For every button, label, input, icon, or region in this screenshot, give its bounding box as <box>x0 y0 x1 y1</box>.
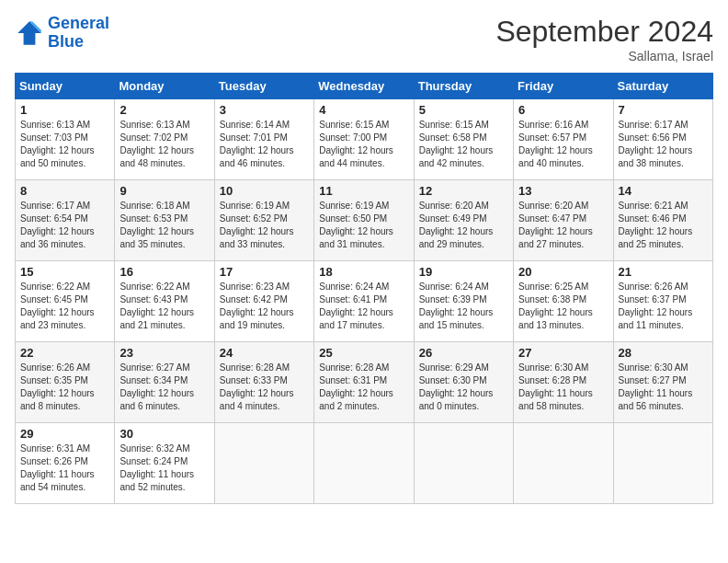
calendar-cell <box>613 423 712 504</box>
day-number: 11 <box>319 184 408 198</box>
calendar-cell: 7Sunrise: 6:17 AM Sunset: 6:56 PM Daylig… <box>613 99 712 180</box>
calendar-cell: 21Sunrise: 6:26 AM Sunset: 6:37 PM Dayli… <box>613 261 712 342</box>
calendar-cell: 1Sunrise: 6:13 AM Sunset: 7:03 PM Daylig… <box>16 99 115 180</box>
day-number: 24 <box>220 346 309 360</box>
day-info: Sunrise: 6:15 AM Sunset: 6:58 PM Dayligh… <box>419 119 508 170</box>
calendar-week-row: 22Sunrise: 6:26 AM Sunset: 6:35 PM Dayli… <box>16 342 713 423</box>
day-info: Sunrise: 6:22 AM Sunset: 6:45 PM Dayligh… <box>20 281 109 332</box>
day-number: 20 <box>518 265 608 279</box>
day-info: Sunrise: 6:19 AM Sunset: 6:52 PM Dayligh… <box>220 200 309 251</box>
day-number: 23 <box>119 346 209 360</box>
calendar-cell: 10Sunrise: 6:19 AM Sunset: 6:52 PM Dayli… <box>214 180 313 261</box>
calendar-cell: 28Sunrise: 6:30 AM Sunset: 6:27 PM Dayli… <box>613 342 712 423</box>
day-info: Sunrise: 6:32 AM Sunset: 6:24 PM Dayligh… <box>119 442 209 494</box>
weekday-header: Saturday <box>613 74 712 99</box>
weekday-header: Tuesday <box>214 74 313 99</box>
day-info: Sunrise: 6:27 AM Sunset: 6:34 PM Dayligh… <box>119 362 209 413</box>
calendar-cell: 22Sunrise: 6:26 AM Sunset: 6:35 PM Dayli… <box>16 342 115 423</box>
day-info: Sunrise: 6:30 AM Sunset: 6:28 PM Dayligh… <box>518 362 608 413</box>
weekday-header: Friday <box>514 74 613 99</box>
day-info: Sunrise: 6:20 AM Sunset: 6:47 PM Dayligh… <box>518 200 608 251</box>
calendar-cell: 26Sunrise: 6:29 AM Sunset: 6:30 PM Dayli… <box>414 342 513 423</box>
day-number: 22 <box>20 346 109 360</box>
calendar-cell: 13Sunrise: 6:20 AM Sunset: 6:47 PM Dayli… <box>514 180 613 261</box>
calendar-week-row: 1Sunrise: 6:13 AM Sunset: 7:03 PM Daylig… <box>16 99 713 180</box>
day-number: 30 <box>119 427 209 441</box>
calendar-table: SundayMondayTuesdayWednesdayThursdayFrid… <box>15 73 713 504</box>
day-number: 13 <box>518 184 608 198</box>
day-number: 10 <box>220 184 309 198</box>
calendar-cell: 23Sunrise: 6:27 AM Sunset: 6:34 PM Dayli… <box>115 342 214 423</box>
calendar-cell: 16Sunrise: 6:22 AM Sunset: 6:43 PM Dayli… <box>115 261 214 342</box>
title-block: September 2024 Sallama, Israel <box>495 15 713 63</box>
day-info: Sunrise: 6:24 AM Sunset: 6:39 PM Dayligh… <box>419 281 508 332</box>
calendar-cell: 14Sunrise: 6:21 AM Sunset: 6:46 PM Dayli… <box>613 180 712 261</box>
calendar-cell: 8Sunrise: 6:17 AM Sunset: 6:54 PM Daylig… <box>16 180 115 261</box>
day-info: Sunrise: 6:17 AM Sunset: 6:54 PM Dayligh… <box>20 200 109 251</box>
calendar-cell <box>314 423 414 504</box>
day-info: Sunrise: 6:16 AM Sunset: 6:57 PM Dayligh… <box>518 119 608 170</box>
location: Sallama, Israel <box>495 49 713 63</box>
weekday-header: Monday <box>115 74 214 99</box>
calendar-header-row: SundayMondayTuesdayWednesdayThursdayFrid… <box>16 74 713 99</box>
day-info: Sunrise: 6:15 AM Sunset: 7:00 PM Dayligh… <box>319 119 408 170</box>
day-number: 12 <box>419 184 508 198</box>
day-info: Sunrise: 6:28 AM Sunset: 6:31 PM Dayligh… <box>319 362 408 413</box>
day-info: Sunrise: 6:13 AM Sunset: 7:02 PM Dayligh… <box>119 119 209 170</box>
calendar-cell: 25Sunrise: 6:28 AM Sunset: 6:31 PM Dayli… <box>314 342 414 423</box>
day-info: Sunrise: 6:18 AM Sunset: 6:53 PM Dayligh… <box>119 200 209 251</box>
day-number: 3 <box>220 103 309 117</box>
calendar-cell: 2Sunrise: 6:13 AM Sunset: 7:02 PM Daylig… <box>115 99 214 180</box>
logo-line1: General <box>48 14 109 32</box>
day-number: 19 <box>419 265 508 279</box>
calendar-cell: 9Sunrise: 6:18 AM Sunset: 6:53 PM Daylig… <box>115 180 214 261</box>
day-number: 9 <box>119 184 209 198</box>
calendar-cell: 19Sunrise: 6:24 AM Sunset: 6:39 PM Dayli… <box>414 261 513 342</box>
month-title: September 2024 <box>495 15 713 49</box>
day-number: 4 <box>319 103 408 117</box>
day-info: Sunrise: 6:28 AM Sunset: 6:33 PM Dayligh… <box>220 362 309 413</box>
day-number: 8 <box>20 184 109 198</box>
day-info: Sunrise: 6:22 AM Sunset: 6:43 PM Dayligh… <box>119 281 209 332</box>
calendar-cell: 15Sunrise: 6:22 AM Sunset: 6:45 PM Dayli… <box>16 261 115 342</box>
day-number: 26 <box>419 346 508 360</box>
day-info: Sunrise: 6:20 AM Sunset: 6:49 PM Dayligh… <box>419 200 508 251</box>
day-number: 15 <box>20 265 109 279</box>
day-info: Sunrise: 6:17 AM Sunset: 6:56 PM Dayligh… <box>619 119 708 170</box>
calendar-cell: 5Sunrise: 6:15 AM Sunset: 6:58 PM Daylig… <box>414 99 513 180</box>
calendar-cell: 27Sunrise: 6:30 AM Sunset: 6:28 PM Dayli… <box>514 342 613 423</box>
day-number: 6 <box>518 103 608 117</box>
weekday-header: Wednesday <box>314 74 414 99</box>
calendar-cell: 24Sunrise: 6:28 AM Sunset: 6:33 PM Dayli… <box>214 342 313 423</box>
calendar-week-row: 8Sunrise: 6:17 AM Sunset: 6:54 PM Daylig… <box>16 180 713 261</box>
calendar-cell: 30Sunrise: 6:32 AM Sunset: 6:24 PM Dayli… <box>115 423 214 504</box>
logo-line2: Blue <box>48 32 84 51</box>
day-info: Sunrise: 6:26 AM Sunset: 6:37 PM Dayligh… <box>619 281 708 332</box>
calendar-cell <box>514 423 613 504</box>
day-info: Sunrise: 6:29 AM Sunset: 6:30 PM Dayligh… <box>419 362 508 413</box>
day-info: Sunrise: 6:31 AM Sunset: 6:26 PM Dayligh… <box>20 442 109 494</box>
calendar-cell: 3Sunrise: 6:14 AM Sunset: 7:01 PM Daylig… <box>214 99 313 180</box>
calendar-cell: 6Sunrise: 6:16 AM Sunset: 6:57 PM Daylig… <box>514 99 613 180</box>
calendar-cell: 11Sunrise: 6:19 AM Sunset: 6:50 PM Dayli… <box>314 180 414 261</box>
calendar-cell: 12Sunrise: 6:20 AM Sunset: 6:49 PM Dayli… <box>414 180 513 261</box>
day-number: 28 <box>619 346 708 360</box>
day-number: 18 <box>319 265 408 279</box>
day-number: 27 <box>518 346 608 360</box>
calendar-week-row: 29Sunrise: 6:31 AM Sunset: 6:26 PM Dayli… <box>16 423 713 504</box>
weekday-header: Sunday <box>16 74 115 99</box>
logo-text: General Blue <box>48 15 109 52</box>
day-number: 2 <box>119 103 209 117</box>
calendar-week-row: 15Sunrise: 6:22 AM Sunset: 6:45 PM Dayli… <box>16 261 713 342</box>
day-info: Sunrise: 6:21 AM Sunset: 6:46 PM Dayligh… <box>619 200 708 251</box>
calendar-cell <box>214 423 313 504</box>
day-number: 29 <box>20 427 109 441</box>
day-number: 21 <box>619 265 708 279</box>
calendar-cell: 20Sunrise: 6:25 AM Sunset: 6:38 PM Dayli… <box>514 261 613 342</box>
day-info: Sunrise: 6:13 AM Sunset: 7:03 PM Dayligh… <box>20 119 109 170</box>
day-info: Sunrise: 6:23 AM Sunset: 6:42 PM Dayligh… <box>220 281 309 332</box>
calendar-cell: 4Sunrise: 6:15 AM Sunset: 7:00 PM Daylig… <box>314 99 414 180</box>
logo-icon <box>15 18 44 48</box>
page-header: General Blue September 2024 Sallama, Isr… <box>15 15 713 63</box>
day-info: Sunrise: 6:26 AM Sunset: 6:35 PM Dayligh… <box>20 362 109 413</box>
